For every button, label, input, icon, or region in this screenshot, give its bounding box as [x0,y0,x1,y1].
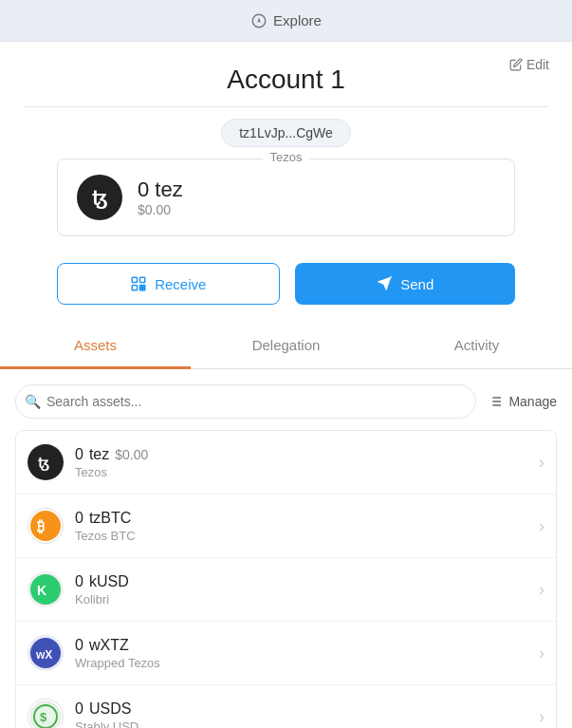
tez-usd: $0.00 [138,202,183,217]
search-wrapper: 🔍 [15,384,476,419]
svg-point-19 [30,511,61,541]
manage-icon [488,394,503,409]
tab-assets[interactable]: Assets [0,324,191,369]
asset-logo-kusd: K [28,571,64,607]
asset-amount-row-wxtz: 0 wXTZ [75,637,539,654]
manage-button[interactable]: Manage [488,394,557,409]
action-buttons: Receive Send [0,248,572,324]
tabs: Assets Delegation Activity [0,324,572,369]
qr-icon [130,275,147,292]
assets-section: 🔍 Manage [0,369,572,728]
svg-marker-1 [257,17,261,23]
chevron-right-wxtz: › [539,644,544,663]
svg-rect-7 [143,286,145,288]
svg-text:₿: ₿ [37,518,45,534]
svg-text:ꜩ: ꜩ [92,187,108,210]
asset-item-tzbtc[interactable]: ₿ 0 tzBTC Tezos BTC › [16,495,556,558]
svg-rect-4 [140,277,145,282]
asset-item-kusd[interactable]: K 0 kUSD Kolibri › [16,558,556,622]
edit-label: Edit [526,57,549,72]
asset-amount-usds: 0 [75,700,83,718]
kusd-icon: K [29,573,62,606]
svg-rect-6 [140,286,142,288]
tzbtc-icon: ₿ [29,510,62,542]
manage-label: Manage [508,394,557,409]
asset-symbol-kusd: kUSD [89,573,129,590]
asset-amount-row-kusd: 0 kUSD [75,573,539,590]
asset-name-tez: Tezos [75,465,539,479]
asset-name-usds: Stably USD [75,719,539,729]
asset-info-kusd: 0 kUSD Kolibri [75,573,539,607]
asset-item-wxtz[interactable]: wX 0 wXTZ Wrapped Tezos › [16,622,556,685]
chevron-right-usds: › [539,707,544,727]
wxtz-icon: wX [29,637,62,669]
asset-amount-tzbtc: 0 [75,510,83,527]
asset-amount-row-tez: 0 tez $0.00 [75,446,539,463]
receive-button[interactable]: Receive [57,263,280,305]
chevron-right-tzbtc: › [539,516,544,536]
asset-logo-tez: ꜩ [28,444,64,480]
asset-logo-usds: $ [28,699,64,728]
search-icon: 🔍 [25,394,41,409]
usds-icon: $ [29,700,62,728]
app-container: Explore Edit Account 1 tz1LvJp...CgWe Te… [0,0,572,728]
asset-amount-wxtz: 0 [75,637,83,654]
tezos-card-label: Tezos [263,150,310,164]
svg-rect-9 [143,289,145,290]
tezos-card-wrapper: Tezos ꜩ 0 tez $0.00 [0,159,572,236]
asset-logo-tzbtc: ₿ [28,508,64,544]
compass-icon [250,12,268,29]
address-wrapper: tz1LvJp...CgWe [0,119,572,147]
tezos-card: Tezos ꜩ 0 tez $0.00 [57,159,515,236]
tez-amount: 0 tez [138,177,183,202]
asset-amount-kusd: 0 [75,573,83,590]
svg-text:K: K [37,583,46,598]
tab-delegation[interactable]: Delegation [191,324,381,369]
asset-name-wxtz: Wrapped Tezos [75,656,539,670]
asset-name-tzbtc: Tezos BTC [75,529,539,543]
receive-label: Receive [155,276,206,292]
tab-assets-label: Assets [74,337,117,353]
asset-symbol-wxtz: wXTZ [89,637,129,654]
asset-info-usds: 0 USDS Stably USD [75,700,539,729]
asset-info-tez: 0 tez $0.00 Tezos [75,446,539,479]
svg-rect-5 [132,286,137,290]
address-pill[interactable]: tz1LvJp...CgWe [221,119,351,147]
svg-text:wX: wX [35,648,52,662]
explore-label: Explore [273,12,322,28]
asset-amount-row-tzbtc: 0 tzBTC [75,510,539,527]
asset-usd-tez: $0.00 [115,447,148,462]
chevron-right-tez: › [539,453,544,473]
explore-button[interactable]: Explore [250,12,322,29]
chevron-right-kusd: › [539,580,544,600]
tez-logo-icon: ꜩ [77,175,122,220]
tab-activity[interactable]: Activity [381,324,572,369]
main-content: Edit Account 1 tz1LvJp...CgWe Tezos ꜩ 0 … [0,42,572,728]
tab-activity-label: Activity [454,337,500,353]
assets-toolbar: 🔍 Manage [15,384,557,419]
send-icon [376,275,393,292]
asset-item-usds[interactable]: $ 0 USDS Stably USD › [16,685,556,728]
asset-item-tez[interactable]: ꜩ 0 tez $0.00 Tezos › [16,431,556,495]
top-bar: Explore [0,0,572,42]
asset-symbol-tez: tez [89,446,109,463]
svg-marker-11 [378,277,392,291]
send-label: Send [400,276,434,292]
account-header: Edit Account 1 [0,42,572,107]
edit-icon [509,58,523,71]
tez-icon: ꜩ [35,452,56,473]
tab-delegation-label: Delegation [252,337,321,353]
asset-symbol-tzbtc: tzBTC [89,510,131,527]
asset-amount-tez: 0 [75,446,83,463]
svg-rect-3 [132,277,137,282]
asset-info-wxtz: 0 wXTZ Wrapped Tezos [75,637,539,670]
account-title: Account 1 [23,57,549,95]
search-input[interactable] [15,384,476,419]
tezos-symbol-icon: ꜩ [86,184,113,211]
svg-text:ꜩ: ꜩ [38,455,49,471]
asset-logo-wxtz: wX [28,635,64,671]
send-button[interactable]: Send [295,263,516,305]
edit-button[interactable]: Edit [509,57,549,72]
asset-list: ꜩ 0 tez $0.00 Tezos › [15,430,557,728]
asset-name-kusd: Kolibri [75,592,539,607]
